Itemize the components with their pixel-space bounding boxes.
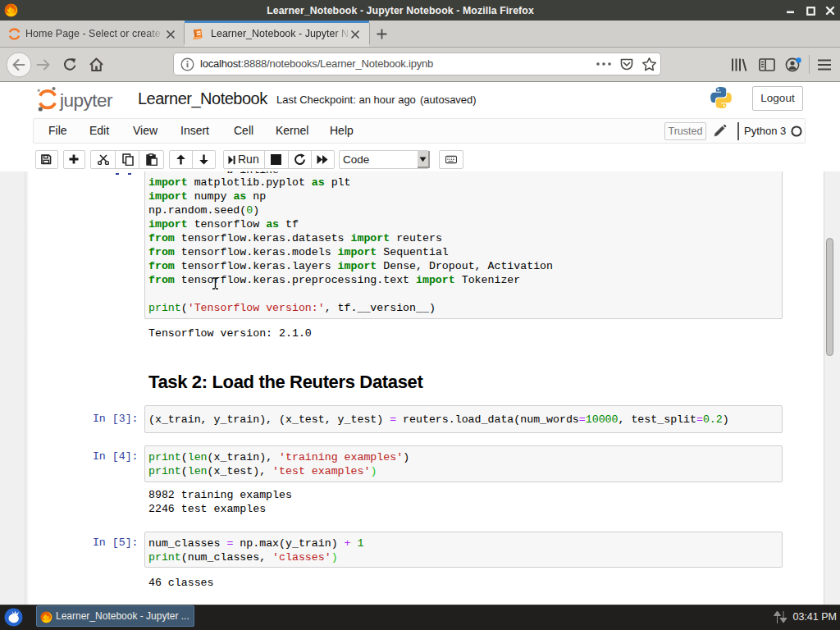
svg-text:jupyter: jupyter: [59, 90, 113, 111]
